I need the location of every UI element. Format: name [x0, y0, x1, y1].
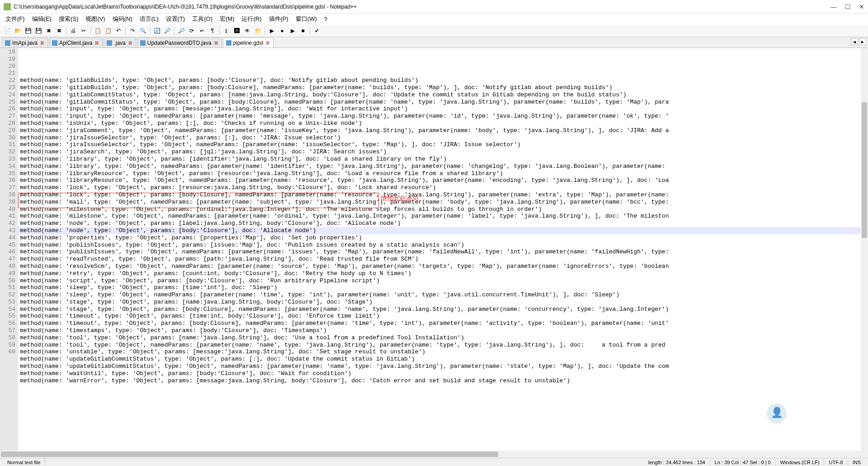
code-line[interactable]: method(name: 'input', type: 'Object', na… — [18, 113, 868, 120]
indent-guide-icon[interactable]: ⫿ — [222, 26, 231, 35]
code-line[interactable]: method(name: 'jiraIssueSelector', type: … — [18, 134, 868, 142]
code-line[interactable]: method(name: 'updateGitlabCommitStatus',… — [18, 363, 868, 370]
menu-item[interactable]: 视图(V) — [83, 14, 108, 24]
zoom-in-icon[interactable]: 🔎 — [163, 26, 172, 35]
tab[interactable]: pipeline.gdsl⊠ — [223, 38, 274, 48]
sync-icon[interactable]: ⟳ — [187, 26, 196, 35]
status-eol[interactable]: Windows (CR LF) — [776, 458, 825, 466]
menu-item[interactable]: 搜索(S) — [56, 14, 81, 24]
menu-item[interactable]: 语言(L) — [137, 14, 161, 24]
folder-icon[interactable]: 📁 — [253, 26, 262, 35]
open-icon[interactable]: 📂 — [13, 26, 22, 35]
code-line[interactable]: method(name: 'timestamps', type: 'Object… — [18, 327, 868, 334]
code-area[interactable]: 增加此处语句 method(name: 'gitlabBuilds', type… — [18, 48, 868, 451]
menu-item[interactable]: 窗口(W) — [293, 14, 320, 24]
code-line[interactable]: method(name: 'gitlabBuilds', type: 'Obje… — [18, 77, 868, 84]
code-line[interactable]: method(name: 'updateGitlabCommitStatus',… — [18, 356, 868, 363]
replace-icon[interactable]: 🔄 — [152, 26, 161, 35]
code-line[interactable]: method(name: 'publishIssues', type: 'Obj… — [18, 248, 868, 256]
status-encoding[interactable]: UTF-8 — [824, 458, 848, 466]
close-button[interactable]: ✕ — [859, 3, 864, 10]
close-icon[interactable]: ✖ — [44, 26, 53, 35]
code-line[interactable]: method(name: 'unstable', type: 'Object',… — [18, 348, 868, 356]
code-line[interactable]: method(name: 'tool', type: 'Object', nam… — [18, 342, 868, 349]
close-all-icon[interactable]: ✖ — [55, 26, 64, 35]
minimize-button[interactable]: — — [830, 3, 837, 10]
code-line[interactable]: method(name: 'publishIssues', type: 'Obj… — [18, 242, 868, 249]
menu-item[interactable]: ? — [321, 15, 330, 24]
new-icon[interactable]: 📄 — [3, 26, 12, 35]
save-all-icon[interactable]: 💾 — [34, 26, 43, 35]
tab-close-icon[interactable]: ⊠ — [39, 40, 45, 46]
code-line[interactable]: method(name: 'sleep', type: 'Object', na… — [18, 291, 868, 299]
eye-icon[interactable]: 👁 — [243, 26, 252, 35]
code-line[interactable]: method(name: 'libraryResource', type: 'O… — [18, 170, 868, 177]
code-line[interactable]: method(name: 'retry', type: 'Object', pa… — [18, 270, 868, 277]
menu-item[interactable]: 工具(O) — [189, 14, 215, 24]
menu-item[interactable]: 插件(P) — [266, 14, 291, 24]
tab-close-icon[interactable]: ⊠ — [213, 40, 219, 46]
rec-icon[interactable]: ● — [278, 26, 287, 35]
menu-item[interactable]: 宏(M) — [217, 14, 237, 24]
code-line[interactable]: method(name: 'readTrusted', type: 'Objec… — [18, 256, 868, 263]
code-line[interactable]: method(name: 'tool', type: 'Object', par… — [18, 334, 868, 342]
tab[interactable]: ApiClient.java⊠ — [49, 38, 103, 48]
tab-close-icon[interactable]: ⊠ — [127, 40, 133, 46]
undo-icon[interactable]: ↶ — [114, 26, 123, 35]
vertical-scrollbar[interactable] — [861, 48, 868, 451]
scrollbar-thumb[interactable] — [862, 102, 867, 238]
code-line[interactable]: method(name: 'lock', type: 'Object', par… — [18, 191, 868, 199]
code-line[interactable]: method(name: 'library', type: 'Object', … — [18, 163, 868, 170]
spellcheck-icon[interactable]: ✔ — [312, 26, 321, 35]
tab-close-icon[interactable]: ⊠ — [265, 40, 270, 46]
code-line[interactable]: method(name: 'stage', type: 'Object', pa… — [18, 306, 868, 313]
tab-prev-button[interactable]: ◄ — [851, 38, 858, 45]
tab[interactable]: ImApi.java⊠ — [2, 38, 48, 48]
code-line[interactable]: method(name: 'script', type: 'Object', p… — [18, 277, 868, 285]
code-line[interactable]: method(name: 'warnError', type: 'Object'… — [18, 377, 868, 385]
tab[interactable]: UpdatePasswordDTO.java⊠ — [137, 38, 222, 48]
menu-item[interactable]: 文件(F) — [3, 14, 28, 24]
code-line[interactable]: method(name: 'gitlabCommitStatus', type:… — [18, 91, 868, 99]
code-line[interactable]: method(name: 'milestone', type: 'Object'… — [18, 206, 868, 213]
code-line[interactable]: method(name: 'node', type: 'Object', par… — [18, 220, 868, 227]
stop-icon[interactable]: ■ — [298, 26, 307, 35]
zoom-out-icon[interactable]: 🔎 — [177, 26, 186, 35]
code-line[interactable]: method(name: 'milestone', type: 'Object'… — [18, 213, 868, 220]
code-line[interactable]: method(name: 'gitlabCommitStatus', type:… — [18, 99, 868, 106]
hscrollbar-thumb[interactable] — [1, 452, 498, 457]
code-line[interactable]: method(name: 'jiraComment', type: 'Objec… — [18, 127, 868, 134]
print-icon[interactable]: 🖨 — [69, 26, 78, 35]
code-line[interactable]: method(name: 'timeout', type: 'Object', … — [18, 320, 868, 327]
code-line[interactable]: method(name: 'gitlabBuilds', type: 'Obje… — [18, 84, 868, 91]
find-icon[interactable]: 🔍 — [138, 26, 147, 35]
wrap-icon[interactable]: ↵ — [198, 26, 207, 35]
lang-icon[interactable]: 🅰 — [232, 26, 241, 35]
code-line[interactable]: method(name: 'stage', type: 'Object', pa… — [18, 299, 868, 306]
maximize-button[interactable]: ☐ — [845, 3, 851, 10]
code-line[interactable]: method(name: 'sleep', type: 'Object', pa… — [18, 284, 868, 291]
code-line[interactable]: method(name: 'mail', type: 'Object', nam… — [18, 199, 868, 206]
code-line[interactable]: method(name: 'input', type: 'Object', pa… — [18, 105, 868, 113]
tab[interactable]: .java⊠ — [104, 38, 136, 48]
menu-item[interactable]: 编辑(E) — [29, 14, 54, 24]
code-line[interactable]: method(name: 'waitUntil', type: 'Object'… — [18, 370, 868, 377]
menu-item[interactable]: 编码(N) — [110, 14, 135, 24]
redo-icon[interactable]: ↷ — [128, 26, 137, 35]
copy-icon[interactable]: 📋 — [93, 26, 102, 35]
horizontal-scrollbar[interactable] — [0, 451, 868, 458]
play-icon[interactable]: ▶ — [288, 26, 297, 35]
menu-item[interactable]: 设置(T) — [163, 14, 188, 24]
code-line[interactable]: method(name: 'lock', type: 'Object', par… — [18, 184, 868, 191]
tab-close-icon[interactable]: ⊠ — [94, 40, 99, 46]
code-line[interactable]: method(name: 'timeout', type: 'Object', … — [18, 313, 868, 320]
code-line[interactable]: method(name: 'library', type: 'Object', … — [18, 156, 868, 163]
cut-icon[interactable]: ✂ — [79, 26, 88, 35]
code-line[interactable]: method(name: 'jiraSearch', type: 'Object… — [18, 148, 868, 156]
code-line[interactable]: method(name: 'node', type: 'Object', par… — [18, 227, 868, 234]
paste-icon[interactable]: 📋 — [104, 26, 113, 35]
status-insert-mode[interactable]: INS — [848, 458, 865, 466]
code-line[interactable]: method(name: 'libraryResource', type: 'O… — [18, 177, 868, 184]
code-line[interactable]: method(name: 'properties', type: 'Object… — [18, 234, 868, 242]
code-line[interactable]: method(name: 'resolveScm', type: 'Object… — [18, 263, 868, 270]
